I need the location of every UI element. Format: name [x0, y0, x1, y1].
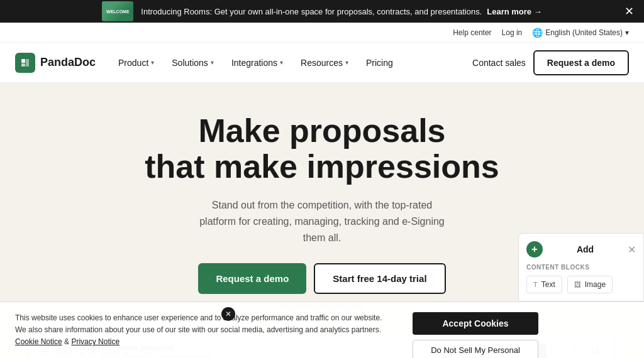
- svg-rect-1: [21, 59, 25, 63]
- nav-pricing[interactable]: Pricing: [358, 53, 401, 73]
- cookie-banner: This website uses cookies to enhance use…: [0, 301, 644, 358]
- main-nav: PandaDoc Product ▾ Solutions ▾ Integrati…: [0, 43, 644, 83]
- announcement-close-button[interactable]: ✕: [625, 6, 634, 17]
- language-label: English (United States): [545, 28, 623, 37]
- image-icon: 🖼: [574, 281, 581, 288]
- privacy-notice-link[interactable]: Privacy Notice: [71, 337, 119, 346]
- chevron-down-icon: ▾: [151, 59, 154, 66]
- globe-icon: 🌐: [532, 28, 543, 38]
- nav-solutions[interactable]: Solutions ▾: [164, 53, 221, 73]
- accept-cookies-button[interactable]: Accept Cookies: [413, 312, 538, 335]
- do-not-sell-button[interactable]: Do Not Sell My Personal Information: [413, 340, 538, 358]
- svg-rect-3: [26, 59, 29, 67]
- learn-more-link[interactable]: Learn more →: [487, 7, 541, 16]
- image-block-item[interactable]: 🖼 Image: [567, 276, 613, 293]
- chevron-down-icon: ▾: [211, 59, 214, 66]
- cookie-text: This website uses cookies to enhance use…: [15, 312, 392, 349]
- logo[interactable]: PandaDoc: [15, 53, 96, 73]
- text-icon: T: [533, 281, 538, 288]
- announcement-bar: WELCOME Introducing Rooms: Get your own …: [0, 0, 644, 23]
- nav-items: Product ▾ Solutions ▾ Integrations ▾ Res…: [111, 53, 472, 73]
- hero-trial-button[interactable]: Start free 14-day trial: [314, 263, 445, 294]
- text-block-label: Text: [541, 280, 555, 289]
- cookie-notice-link[interactable]: Cookie Notice: [15, 337, 62, 346]
- utility-nav: Help center Log in 🌐 English (United Sta…: [0, 23, 644, 43]
- add-panel-header: + Add ✕: [526, 241, 636, 258]
- cookie-close-button[interactable]: ✕: [221, 307, 235, 321]
- svg-rect-2: [21, 63, 25, 67]
- image-block-label: Image: [585, 280, 606, 289]
- svg-rect-0: [19, 57, 31, 69]
- language-selector[interactable]: 🌐 English (United States) ▾: [532, 28, 629, 38]
- help-center-link[interactable]: Help center: [453, 28, 491, 37]
- content-blocks-label: CONTENT BLOCKS: [526, 264, 636, 271]
- add-plus-button[interactable]: +: [526, 241, 543, 258]
- add-panel-title: Add: [577, 244, 594, 254]
- log-in-link[interactable]: Log in: [502, 28, 523, 37]
- announcement-preview: WELCOME: [102, 1, 133, 21]
- text-block-item[interactable]: T Text: [526, 276, 562, 293]
- add-panel: + Add ✕ CONTENT BLOCKS T Text 🖼 Image: [518, 233, 644, 301]
- cookie-actions: Accept Cookies Do Not Sell My Personal I…: [413, 312, 538, 358]
- chevron-down-icon: ▾: [625, 28, 629, 37]
- hero-headline: Make proposals that make impressions: [15, 113, 629, 185]
- nav-request-demo-button[interactable]: Request a demo: [533, 50, 629, 75]
- nav-product[interactable]: Product ▾: [111, 53, 162, 73]
- chevron-down-icon: ▾: [280, 59, 283, 66]
- logo-text: PandaDoc: [40, 56, 96, 69]
- contact-sales-link[interactable]: Contact sales: [472, 58, 526, 68]
- nav-resources[interactable]: Resources ▾: [293, 53, 356, 73]
- nav-integrations[interactable]: Integrations ▾: [224, 53, 291, 73]
- hero-subtext: Stand out from the competition, with the…: [196, 197, 448, 246]
- chevron-down-icon: ▾: [345, 59, 348, 66]
- logo-icon: [15, 53, 35, 73]
- content-block-items: T Text 🖼 Image: [526, 276, 636, 293]
- nav-right: Contact sales Request a demo: [472, 50, 629, 75]
- announcement-text: Introducing Rooms: Get your own all-in-o…: [141, 7, 482, 16]
- add-panel-close-button[interactable]: ✕: [628, 244, 636, 256]
- hero-request-demo-button[interactable]: Request a demo: [198, 263, 306, 294]
